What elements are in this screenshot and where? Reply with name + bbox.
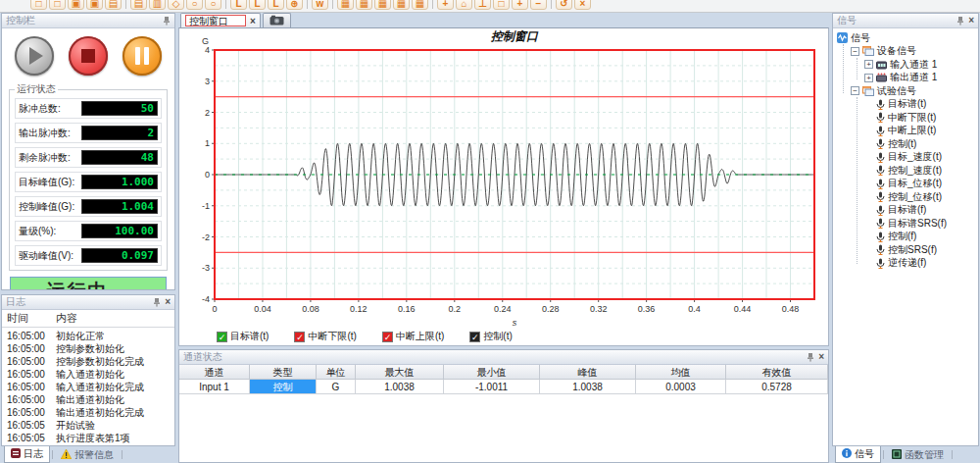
toolbar-icon-frequency-signal[interactable]: L (249, 0, 266, 10)
toolbar-icon-pan[interactable]: □ (493, 0, 510, 10)
toolbar-icon-schedule[interactable]: ○ (186, 0, 203, 10)
log-entry: 16:05:05执行进度表第1项 (7, 432, 170, 444)
toolbar-icon-layout-four[interactable]: ▦ (374, 0, 391, 10)
control-bar-panel: 控制栏 运行状态 脉冲总数:50输出脉冲数:2剩余脉冲数:48目标峰值(G):1… (1, 13, 175, 290)
tree-item[interactable]: 控制_速度(t) (833, 164, 978, 178)
toolbar-icon-save[interactable]: ▣ (68, 0, 84, 10)
tree-item[interactable]: 目标谱SRS(f) (833, 217, 978, 231)
toolbar-icon-save-all[interactable]: ▣ (86, 0, 103, 10)
expander-plus-icon[interactable]: + (864, 74, 873, 82)
sensor-icon (876, 138, 885, 149)
toolbar-icon-cursor[interactable]: + (437, 0, 454, 10)
left-column: 控制栏 运行状态 脉冲总数:50输出脉冲数:2剩余脉冲数:48目标峰值(G):1… (0, 13, 176, 463)
toolbar-icon-spectrum-signal[interactable]: L (268, 0, 284, 10)
toolbar-icon-close-view[interactable]: × (574, 0, 591, 10)
legend-item-3[interactable]: ✓中断上限(t) (382, 330, 444, 343)
legend-checkbox[interactable]: ✓ (294, 332, 305, 342)
tree-item[interactable]: 控制(t) (833, 137, 978, 151)
tree-item[interactable]: −设备信号 (833, 45, 978, 59)
tab-close-icon[interactable]: × (250, 16, 256, 26)
toolbar-icon-fit-vertical[interactable]: ⊥ (474, 0, 491, 10)
legend-checkbox[interactable]: ✓ (469, 332, 480, 342)
toolbar-icon-print[interactable]: ▤ (130, 0, 147, 10)
pause-button[interactable] (122, 36, 162, 76)
screenshot-tab[interactable] (263, 13, 291, 27)
legend-checkbox[interactable]: ✓ (217, 332, 227, 342)
tree-item[interactable]: 控制(f) (833, 231, 978, 244)
tree-item[interactable]: 目标谱(t) (833, 98, 978, 112)
tree-item[interactable]: +输入通道 1 (833, 58, 978, 72)
toolbar-icon-layout-six[interactable]: ▦ (393, 0, 410, 10)
tree-item[interactable]: −试验信号 (833, 84, 978, 98)
toolbar-icon-wav-export[interactable]: w (312, 0, 328, 10)
toolbar-icon-time-signal[interactable]: L (230, 0, 247, 10)
expander-plus-icon[interactable]: + (864, 60, 873, 69)
toolbar-icon-zoom-out[interactable]: − (530, 0, 547, 10)
toolbar-icon-favorite[interactable]: ◇ (168, 0, 184, 10)
bottom-left-tab-1[interactable]: 日志 (4, 446, 50, 463)
svg-text:0.16: 0.16 (398, 304, 416, 314)
tab-control-window[interactable]: 控制窗口 × (180, 13, 261, 27)
tree-item[interactable]: 信号 (833, 31, 978, 45)
status-field: 量级(%):100.00 (15, 221, 162, 241)
tree-item-label: 控制SRS(f) (888, 243, 937, 257)
tree-item[interactable]: 逆传递(f) (833, 257, 978, 271)
status-field: 目标峰值(G):1.000 (15, 172, 162, 192)
log-column-content: 内容 (56, 311, 77, 326)
legend-item-1[interactable]: ✓目标谱(t) (217, 330, 269, 343)
channel-table-header: 通道类型单位最大值最小值峰值均值有效值 (179, 365, 828, 380)
pin-icon[interactable] (153, 297, 161, 307)
close-icon[interactable]: × (165, 297, 171, 307)
tab-separator (122, 450, 122, 459)
tree-item[interactable]: 控制_位移(t) (833, 190, 978, 204)
toolbar-icon-new[interactable]: □ (30, 0, 47, 10)
close-icon[interactable]: × (968, 16, 974, 26)
toolbar-icon-undo-zoom[interactable]: ↺ (556, 0, 572, 10)
tree-item-label: 控制(f) (888, 230, 916, 243)
toolbar-icon-layout-single[interactable]: ▦ (337, 0, 354, 10)
tree-item[interactable]: 中断下限(t) (833, 111, 978, 125)
toolbar-icon-layout-custom[interactable]: ▦ (412, 0, 428, 10)
channel-status-panel: 通道状态 × 通道类型单位最大值最小值峰值均值有效值Input 1控制G1.00… (178, 349, 829, 463)
status-field: 脉冲总数:50 (15, 98, 162, 119)
status-field-value: 1.004 (81, 199, 158, 214)
pin-icon[interactable] (956, 16, 964, 26)
running-status-button[interactable]: 运行中... (10, 277, 167, 290)
pin-icon[interactable] (163, 16, 171, 26)
tab-label: 函数管理 (905, 448, 944, 462)
legend-checkbox[interactable]: ✓ (382, 332, 393, 342)
tree-item[interactable]: 目标谱(f) (833, 204, 978, 218)
control-bar-title: 控制栏 (6, 14, 159, 27)
toolbar-icon-import[interactable]: ▤ (105, 0, 122, 10)
tree-item[interactable]: +输出通道 1 (833, 72, 978, 85)
chart-legend: ✓目标谱(t)✓中断下限(t)✓中断上限(t)✓控制(t) (179, 329, 828, 344)
tree-item[interactable]: 控制SRS(f) (833, 243, 978, 257)
toolbar-icon-octave-signal[interactable]: ⊕ (286, 0, 303, 10)
tree-item[interactable]: 中断上限(t) (833, 125, 978, 138)
log-entry: 16:05:00输入通道初始化完成 (7, 381, 170, 393)
expander-minus-icon[interactable]: − (851, 47, 859, 56)
expander-minus-icon[interactable]: − (851, 86, 859, 95)
tree-item[interactable]: 目标_位移(t) (833, 178, 978, 191)
bottom-right-tab-2[interactable]: 函数管理 (886, 446, 950, 463)
close-icon[interactable]: × (818, 352, 824, 362)
legend-item-2[interactable]: ✓中断下限(t) (294, 330, 356, 343)
tree-item[interactable]: 目标_速度(t) (833, 151, 978, 165)
log-entry-time: 16:05:00 (7, 330, 56, 342)
pin-icon[interactable] (807, 352, 814, 362)
svg-text:0: 0 (205, 170, 210, 180)
toolbar-icon-clock[interactable]: ○ (205, 0, 221, 10)
toolbar-icon-layout-two[interactable]: ▦ (356, 0, 372, 10)
stop-button[interactable] (69, 36, 108, 76)
toolbar-icon-home-view[interactable]: ⌂ (456, 0, 472, 10)
tree-item-label: 中断下限(t) (888, 111, 936, 125)
toolbar-icon-report[interactable]: ▥ (149, 0, 166, 10)
legend-item-4[interactable]: ✓控制(t) (469, 330, 512, 343)
bottom-right-tab-1[interactable]: 信号 (835, 446, 881, 463)
toolbar-icon-zoom-in[interactable]: + (512, 0, 528, 10)
bottom-left-tab-2[interactable]: 报警信息 (55, 446, 120, 463)
toolbar-icon-open[interactable]: □ (49, 0, 66, 10)
log-panel-title: 日志 (6, 295, 149, 309)
play-button[interactable] (15, 36, 54, 76)
channel-row[interactable]: Input 1控制G1.0038-1.00111.00380.00030.572… (179, 380, 828, 394)
